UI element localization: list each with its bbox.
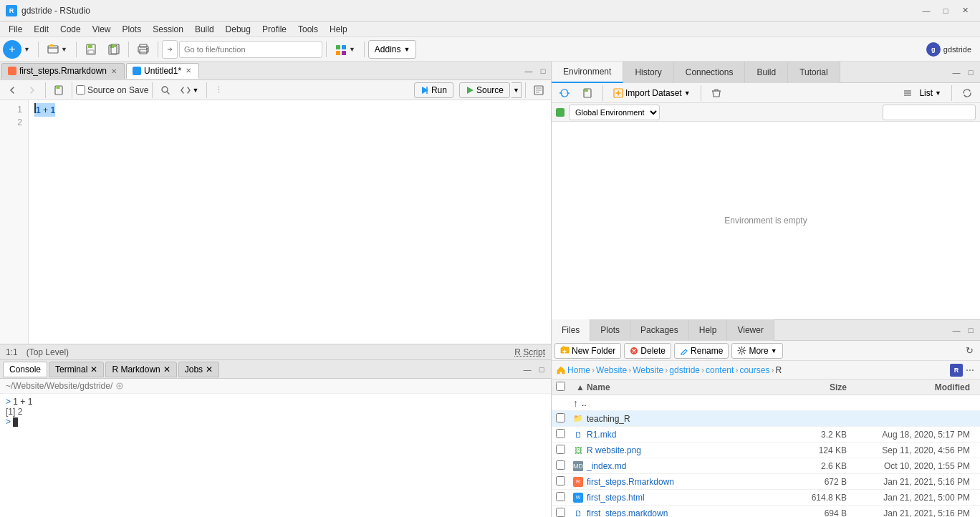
file-checkbox-r1mkd[interactable] <box>556 429 565 438</box>
file-row-teaching_r[interactable]: 📁 teaching_R <box>552 411 980 427</box>
tab-packages[interactable]: Packages <box>630 319 689 341</box>
file-checkbox-index-md[interactable] <box>556 460 565 470</box>
bc-content[interactable]: content <box>706 365 734 375</box>
tab-plots[interactable]: Plots <box>590 319 630 341</box>
file-checkbox-teaching_r[interactable] <box>556 413 565 422</box>
files-refresh-button[interactable]: ↻ <box>961 343 977 359</box>
close-button[interactable]: ✕ <box>956 4 974 18</box>
up-directory-row[interactable]: ↑ .. <box>552 395 980 411</box>
goto-button[interactable] <box>162 40 178 59</box>
new-file-button[interactable]: + <box>3 40 21 59</box>
open-project-button[interactable]: ▼ <box>42 40 72 59</box>
bc-website2[interactable]: Website <box>633 365 663 375</box>
tab-tutorial[interactable]: Tutorial <box>788 62 840 83</box>
file-row-index-md[interactable]: MD _index.md 2.6 KB Oct 10, 2020, 1:55 P… <box>552 458 980 474</box>
env-refresh2-button[interactable] <box>957 85 977 101</box>
menu-file[interactable]: File <box>3 23 28 36</box>
bc-website1[interactable]: Website <box>596 365 627 375</box>
go-back-button[interactable] <box>3 82 21 98</box>
file-checkbox-first-steps-html[interactable] <box>556 492 565 501</box>
file-row-first-steps-rmd[interactable]: R first_steps.Rmarkdown 672 B Jan 21, 20… <box>552 474 980 490</box>
workspace-button[interactable]: ▼ <box>330 40 360 59</box>
tab-build[interactable]: Build <box>745 62 788 83</box>
go-forward-button[interactable] <box>23 82 42 98</box>
file-checkbox-first-steps-md1[interactable] <box>556 508 565 517</box>
tab-help[interactable]: Help <box>689 319 728 341</box>
tab-environment[interactable]: Environment <box>552 62 623 83</box>
tab-files[interactable]: Files <box>552 319 590 341</box>
code-editor[interactable]: 1 2 1 + 1 <box>0 100 551 344</box>
file-checkbox-first-steps-rmd[interactable] <box>556 476 565 485</box>
script-type[interactable]: R Script <box>514 347 545 357</box>
tab-jobs[interactable]: Jobs ✕ <box>178 362 219 377</box>
file-row-first-steps-md1[interactable]: 🗋 first_steps.markdown 694 B Jan 21, 202… <box>552 506 980 517</box>
console-minimize-btn[interactable]: — <box>521 363 534 376</box>
delete-button[interactable]: Delete <box>624 343 671 359</box>
console-maximize-btn[interactable]: □ <box>535 363 548 376</box>
tab-rmarkdown-close[interactable]: ✕ <box>163 364 170 375</box>
env-refresh-button[interactable] <box>554 85 575 101</box>
menu-build[interactable]: Build <box>189 23 220 36</box>
file-checkbox-rwebsite-png[interactable] <box>556 445 565 454</box>
menu-code[interactable]: Code <box>54 23 87 36</box>
source-on-save-checkbox[interactable] <box>76 85 85 95</box>
menu-tools[interactable]: Tools <box>292 23 324 36</box>
file-row-rwebsite-png[interactable]: 🖼 R website.png 124 KB Sep 11, 2020, 4:5… <box>552 443 980 458</box>
maximize-button[interactable]: □ <box>936 4 955 18</box>
print-button[interactable] <box>133 40 154 59</box>
more-button[interactable]: More ▼ <box>731 343 782 359</box>
bc-courses[interactable]: courses <box>739 365 769 375</box>
import-dataset-button[interactable]: Import Dataset ▼ <box>608 85 696 101</box>
files-maximize-btn[interactable]: □ <box>964 324 977 337</box>
tab-jobs-close[interactable]: ✕ <box>206 364 213 375</box>
run-button[interactable]: Run <box>414 82 453 98</box>
rename-button[interactable]: Rename <box>674 343 729 359</box>
menu-help[interactable]: Help <box>324 23 353 36</box>
select-all-checkbox[interactable] <box>556 382 565 391</box>
env-maximize-btn[interactable]: □ <box>964 66 977 79</box>
files-table[interactable]: ▲ Name Size Modified ↑ .. <box>552 380 980 517</box>
env-search-input[interactable] <box>883 105 976 120</box>
save-editor-button[interactable] <box>49 82 68 98</box>
menu-view[interactable]: View <box>87 23 117 36</box>
bc-gdstride[interactable]: gdstride <box>669 365 700 375</box>
save-all-button[interactable] <box>103 40 125 59</box>
env-minimize-btn[interactable]: — <box>950 66 963 79</box>
file-row-first-steps-html[interactable]: W first_steps.html 614.8 KB Jan 21, 2021… <box>552 490 980 506</box>
code-tools-button[interactable]: ▼ <box>176 82 203 98</box>
tab-console[interactable]: Console <box>3 362 47 377</box>
tab-rmarkdown[interactable]: R Markdown ✕ <box>105 362 176 377</box>
clear-env-button[interactable] <box>706 85 726 101</box>
global-env-selector[interactable]: Global Environment <box>569 105 660 120</box>
find-button[interactable] <box>156 82 175 98</box>
file-row-r1mkd[interactable]: 🗋 R1.mkd 3.2 KB Aug 18, 2020, 5:17 PM <box>552 427 980 443</box>
list-view-button[interactable]: List ▼ <box>914 85 946 101</box>
addins-button[interactable]: Addins ▼ <box>368 40 417 59</box>
tab-first-steps[interactable]: first_steps.Rmarkdown ✕ <box>1 63 125 79</box>
user-menu[interactable]: g gdstride <box>921 42 977 57</box>
code-content[interactable]: 1 + 1 <box>29 100 551 344</box>
menu-edit[interactable]: Edit <box>28 23 54 36</box>
r-project-icon[interactable]: R <box>950 364 963 377</box>
tab-terminal-close[interactable]: ✕ <box>90 364 97 375</box>
tab-untitled1[interactable]: Untitled1* ✕ <box>126 63 199 79</box>
menu-plots[interactable]: Plots <box>117 23 148 36</box>
save-button[interactable] <box>80 40 102 59</box>
tab-terminal[interactable]: Terminal ✕ <box>49 362 104 377</box>
tab-viewer[interactable]: Viewer <box>727 319 774 341</box>
menu-debug[interactable]: Debug <box>220 23 256 36</box>
new-file-dropdown[interactable]: ▼ <box>23 40 34 59</box>
source-dropdown-button[interactable]: ▼ <box>511 82 522 98</box>
menu-session[interactable]: Session <box>147 23 189 36</box>
tab-connections[interactable]: Connections <box>674 62 746 83</box>
editor-minimize-btn[interactable]: — <box>522 64 535 77</box>
files-minimize-btn[interactable]: — <box>950 324 963 337</box>
breadcrumb-more-button[interactable]: ⋯ <box>964 365 976 375</box>
tab-first-steps-close[interactable]: ✕ <box>110 67 118 76</box>
tab-history[interactable]: History <box>623 62 673 83</box>
bc-home[interactable]: Home <box>567 365 590 375</box>
editor-maximize-btn[interactable]: □ <box>537 64 549 77</box>
menu-profile[interactable]: Profile <box>256 23 292 36</box>
col-name-header[interactable]: ▲ Name <box>573 382 782 392</box>
more-editor-button[interactable]: ⋮ <box>211 82 227 98</box>
